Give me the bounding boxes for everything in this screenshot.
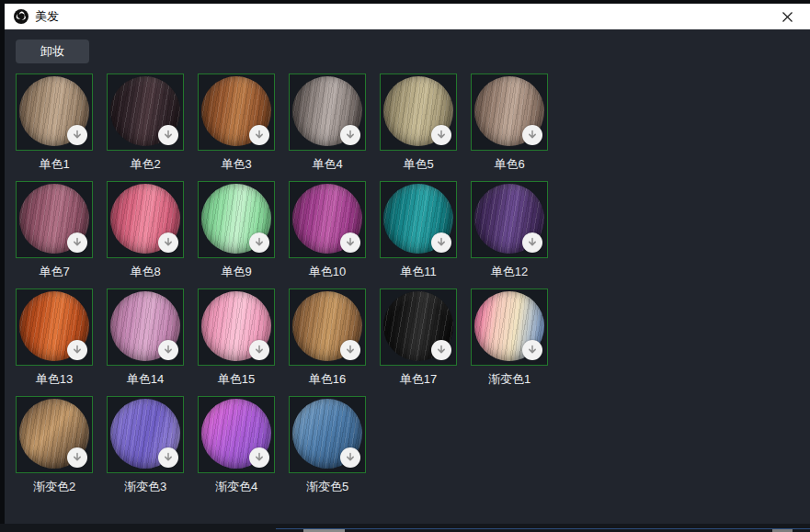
hair-swatch-frame bbox=[380, 289, 457, 366]
hair-swatch-label: 单色1 bbox=[16, 156, 93, 172]
hair-swatch-frame bbox=[107, 181, 184, 258]
hair-swatch-frame bbox=[471, 289, 548, 366]
hair-swatch-tile[interactable]: 单色9 bbox=[198, 181, 275, 279]
download-icon[interactable] bbox=[67, 232, 87, 253]
hair-swatch-label: 单色5 bbox=[380, 156, 457, 172]
hair-swatch-tile[interactable]: 单色14 bbox=[107, 289, 184, 387]
download-icon[interactable] bbox=[340, 125, 360, 145]
hair-swatch-tile[interactable]: 渐变色1 bbox=[471, 289, 548, 387]
hair-swatch-label: 单色6 bbox=[471, 156, 548, 172]
hair-swatch-label: 单色8 bbox=[107, 264, 184, 279]
download-icon[interactable] bbox=[249, 125, 269, 145]
background-accent-line bbox=[276, 528, 810, 529]
hair-swatch-frame bbox=[380, 74, 457, 151]
hair-swatch-frame bbox=[471, 74, 548, 151]
hair-swatch-frame bbox=[107, 396, 184, 473]
hair-swatch-frame bbox=[289, 396, 366, 473]
close-icon bbox=[781, 11, 793, 23]
hair-swatch-label: 单色10 bbox=[289, 264, 366, 279]
download-icon[interactable] bbox=[431, 232, 451, 253]
hair-swatch-frame bbox=[198, 181, 275, 258]
dialog-body: 卸妆 单色1 单色2 bbox=[5, 29, 810, 524]
hair-swatch-tile[interactable]: 渐变色3 bbox=[107, 396, 184, 494]
hair-swatch-frame bbox=[198, 74, 275, 151]
download-icon[interactable] bbox=[158, 340, 178, 360]
download-icon[interactable] bbox=[522, 232, 542, 253]
hair-swatch-frame bbox=[289, 74, 366, 151]
hair-swatch-label: 单色11 bbox=[380, 264, 457, 279]
hair-swatch-tile[interactable]: 单色17 bbox=[380, 289, 457, 387]
hair-swatch-label: 单色12 bbox=[471, 264, 548, 279]
hair-swatch-label: 单色9 bbox=[198, 264, 275, 279]
hair-swatch-tile[interactable]: 渐变色2 bbox=[16, 396, 93, 494]
hair-swatch-grid: 单色1 单色2 单色3 bbox=[16, 74, 548, 494]
hair-swatch-label: 单色4 bbox=[289, 156, 366, 172]
hair-swatch-label: 单色16 bbox=[289, 371, 366, 387]
download-icon[interactable] bbox=[340, 340, 360, 360]
hair-swatch-frame bbox=[289, 181, 366, 258]
hair-swatch-label: 单色7 bbox=[16, 264, 93, 279]
download-icon[interactable] bbox=[67, 340, 87, 360]
download-icon[interactable] bbox=[249, 340, 269, 360]
hair-swatch-tile[interactable]: 单色3 bbox=[198, 74, 275, 172]
hair-style-dialog: 美发 卸妆 单色1 bbox=[5, 4, 810, 524]
hair-swatch-tile[interactable]: 单色8 bbox=[107, 181, 184, 279]
download-icon[interactable] bbox=[340, 447, 360, 468]
download-icon[interactable] bbox=[522, 340, 542, 360]
remove-makeup-button[interactable]: 卸妆 bbox=[16, 40, 89, 63]
download-icon[interactable] bbox=[158, 232, 178, 253]
hair-swatch-frame bbox=[107, 289, 184, 366]
download-icon[interactable] bbox=[67, 125, 87, 145]
hair-swatch-label: 渐变色4 bbox=[198, 479, 275, 494]
download-icon[interactable] bbox=[431, 125, 451, 145]
hair-swatch-tile[interactable]: 单色4 bbox=[289, 74, 366, 172]
hair-swatch-label: 单色3 bbox=[198, 156, 275, 172]
hair-swatch-frame bbox=[107, 74, 184, 151]
hair-swatch-tile[interactable]: 渐变色5 bbox=[289, 396, 366, 494]
hair-swatch-frame bbox=[16, 74, 93, 151]
download-icon[interactable] bbox=[158, 447, 178, 468]
hair-swatch-frame bbox=[198, 396, 275, 473]
hair-swatch-frame bbox=[380, 181, 457, 258]
hair-swatch-tile[interactable]: 单色10 bbox=[289, 181, 366, 279]
download-icon[interactable] bbox=[67, 447, 87, 468]
hair-swatch-tile[interactable]: 单色7 bbox=[16, 181, 93, 279]
hair-swatch-label: 渐变色3 bbox=[107, 479, 184, 494]
hair-swatch-frame bbox=[16, 396, 93, 473]
dialog-title: 美发 bbox=[35, 8, 59, 25]
hair-swatch-tile[interactable]: 单色11 bbox=[380, 181, 457, 279]
close-button[interactable] bbox=[775, 6, 799, 28]
hair-swatch-frame bbox=[471, 181, 548, 258]
download-icon[interactable] bbox=[249, 447, 269, 468]
hair-swatch-tile[interactable]: 单色12 bbox=[471, 181, 548, 279]
hair-swatch-label: 单色13 bbox=[16, 371, 93, 387]
hair-swatch-tile[interactable]: 单色13 bbox=[16, 289, 93, 387]
background-window-bottom-edge bbox=[0, 524, 810, 532]
hair-swatch-label: 渐变色1 bbox=[471, 371, 548, 387]
hair-swatch-tile[interactable]: 单色16 bbox=[289, 289, 366, 387]
download-icon[interactable] bbox=[340, 232, 360, 253]
download-icon[interactable] bbox=[431, 340, 451, 360]
hair-swatch-label: 渐变色5 bbox=[289, 479, 366, 494]
download-icon[interactable] bbox=[522, 125, 542, 145]
hair-swatch-tile[interactable]: 单色5 bbox=[380, 74, 457, 172]
hair-swatch-label: 单色17 bbox=[380, 371, 457, 387]
hair-swatch-label: 渐变色2 bbox=[16, 479, 93, 494]
hair-swatch-tile[interactable]: 单色6 bbox=[471, 74, 548, 172]
hair-swatch-tile[interactable]: 渐变色4 bbox=[198, 396, 275, 494]
hair-swatch-frame bbox=[289, 289, 366, 366]
hair-swatch-label: 单色15 bbox=[198, 371, 275, 387]
download-icon[interactable] bbox=[158, 125, 178, 145]
hair-swatch-label: 单色2 bbox=[107, 156, 184, 172]
hair-swatch-tile[interactable]: 单色2 bbox=[107, 74, 184, 172]
hair-swatch-frame bbox=[16, 181, 93, 258]
hair-swatch-frame bbox=[16, 289, 93, 366]
obs-logo-icon bbox=[14, 9, 29, 24]
hair-swatch-tile[interactable]: 单色15 bbox=[198, 289, 275, 387]
hair-swatch-tile[interactable]: 单色1 bbox=[16, 74, 93, 172]
dialog-titlebar[interactable]: 美发 bbox=[5, 4, 810, 29]
hair-swatch-frame bbox=[198, 289, 275, 366]
download-icon[interactable] bbox=[249, 232, 269, 253]
hair-swatch-label: 单色14 bbox=[107, 371, 184, 387]
